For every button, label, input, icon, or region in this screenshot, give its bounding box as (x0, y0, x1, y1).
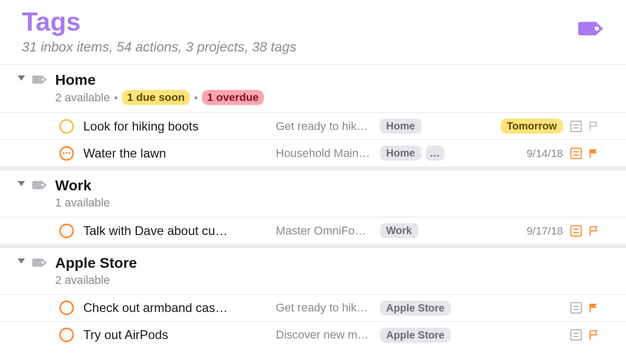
note-icon[interactable] (570, 148, 582, 159)
group-header[interactable]: Work 1 available (0, 171, 626, 217)
task-title: Try out AirPods (83, 328, 276, 342)
overdue-badge: 1 overdue (202, 90, 264, 105)
tag-pill[interactable]: Work (380, 223, 418, 238)
status-circle-icon[interactable] (59, 119, 74, 134)
task-tags: Apple Store (380, 328, 500, 343)
status-circle-icon[interactable] (59, 224, 74, 238)
tag-icon (578, 20, 605, 37)
task-project: Get ready to hik… (276, 120, 380, 133)
tag-group-apple-store: Apple Store 2 available Check out armban… (0, 244, 626, 348)
tag-pill[interactable]: Home (380, 119, 421, 134)
task-project: Discover new m… (276, 328, 380, 342)
note-icon[interactable] (570, 329, 582, 341)
task-project: Household Main… (276, 147, 380, 160)
group-title: Work (55, 178, 604, 194)
task-project: Master OmniFo… (276, 224, 380, 238)
tag-pill[interactable]: Apple Store (380, 328, 451, 343)
separator-dot: • (194, 93, 198, 103)
svg-point-2 (42, 184, 44, 187)
tag-group-work: Work 1 available Talk with Dave about cu… (0, 166, 626, 244)
note-icon[interactable] (570, 302, 582, 314)
task-project: Get ready to hik… (276, 301, 380, 315)
chevron-down-icon[interactable] (18, 181, 25, 186)
available-count: 1 available (55, 196, 110, 210)
note-icon[interactable] (570, 121, 582, 132)
svg-point-0 (595, 27, 599, 31)
tag-icon (32, 74, 48, 85)
chevron-down-icon[interactable] (18, 75, 25, 81)
task-due: 9/14/18 (500, 147, 567, 160)
task-title: Talk with Dave about cu… (83, 224, 276, 238)
due-pill: Tomorrow (501, 119, 563, 134)
task-due: Tomorrow (500, 119, 567, 134)
tag-icon (32, 180, 48, 190)
tag-overflow-pill[interactable]: … (426, 146, 444, 161)
separator-dot: • (114, 93, 118, 103)
task-tags: Apple Store (380, 301, 500, 316)
status-circle-icon[interactable] (59, 328, 74, 342)
tag-group-home: Home 2 available • 1 due soon • 1 overdu… (0, 65, 626, 167)
page-subtitle: 31 inbox items, 54 actions, 3 projects, … (22, 39, 604, 55)
task-due: 9/17/18 (500, 225, 567, 237)
svg-point-1 (42, 78, 44, 81)
tag-pill[interactable]: Home (380, 146, 421, 161)
tag-icon (32, 257, 48, 268)
repeat-dots-icon: ••• (62, 150, 71, 157)
group-meta: 2 available (55, 274, 604, 287)
chevron-down-icon[interactable] (18, 258, 25, 264)
tag-pill[interactable]: Apple Store (380, 301, 451, 316)
task-tags: Home … (380, 146, 500, 161)
svg-point-3 (42, 262, 44, 264)
group-title: Home (55, 72, 604, 88)
flag-icon[interactable] (588, 225, 599, 237)
available-count: 2 available (55, 274, 110, 287)
note-icon[interactable] (570, 225, 582, 237)
flag-icon[interactable] (588, 148, 599, 159)
flag-icon[interactable] (588, 121, 599, 132)
flag-icon[interactable] (588, 302, 599, 314)
group-meta: 2 available • 1 due soon • 1 overdue (55, 90, 604, 105)
task-tags: Work (380, 223, 500, 238)
status-circle-icon[interactable]: ••• (59, 146, 74, 161)
task-row[interactable]: Check out armband cas… Get ready to hik…… (0, 294, 626, 321)
task-row[interactable]: Talk with Dave about cu… Master OmniFo… … (0, 217, 626, 244)
group-header[interactable]: Home 2 available • 1 due soon • 1 overdu… (0, 65, 626, 113)
task-row[interactable]: ••• Water the lawn Household Main… Home … (0, 139, 626, 166)
group-meta: 1 available (55, 196, 604, 210)
status-circle-icon[interactable] (59, 301, 74, 315)
group-header[interactable]: Apple Store 2 available (0, 248, 626, 294)
task-title: Water the lawn (83, 146, 276, 161)
page-header: Tags 31 inbox items, 54 actions, 3 proje… (0, 0, 626, 64)
task-row[interactable]: Try out AirPods Discover new m… Apple St… (0, 321, 626, 348)
flag-icon[interactable] (588, 329, 599, 341)
available-count: 2 available (55, 91, 110, 105)
task-row[interactable]: Look for hiking boots Get ready to hik… … (0, 112, 626, 139)
page-title: Tags (22, 8, 604, 36)
task-title: Check out armband cas… (83, 301, 276, 315)
task-title: Look for hiking boots (83, 119, 276, 134)
group-title: Apple Store (55, 255, 604, 271)
due-soon-badge: 1 due soon (122, 90, 190, 105)
task-tags: Home (380, 119, 500, 134)
